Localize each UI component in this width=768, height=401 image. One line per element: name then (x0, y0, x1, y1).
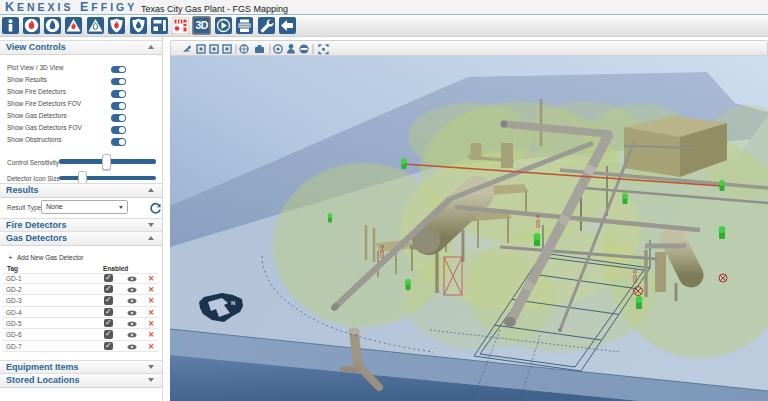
svg-text:GD-5: GD-5 (632, 270, 638, 283)
svg-text:GD-3: GD-3 (379, 245, 385, 258)
svg-text:GD-4: GD-4 (535, 215, 541, 228)
svg-text:3D: 3D (195, 19, 208, 31)
svg-text:N: N (231, 300, 235, 306)
